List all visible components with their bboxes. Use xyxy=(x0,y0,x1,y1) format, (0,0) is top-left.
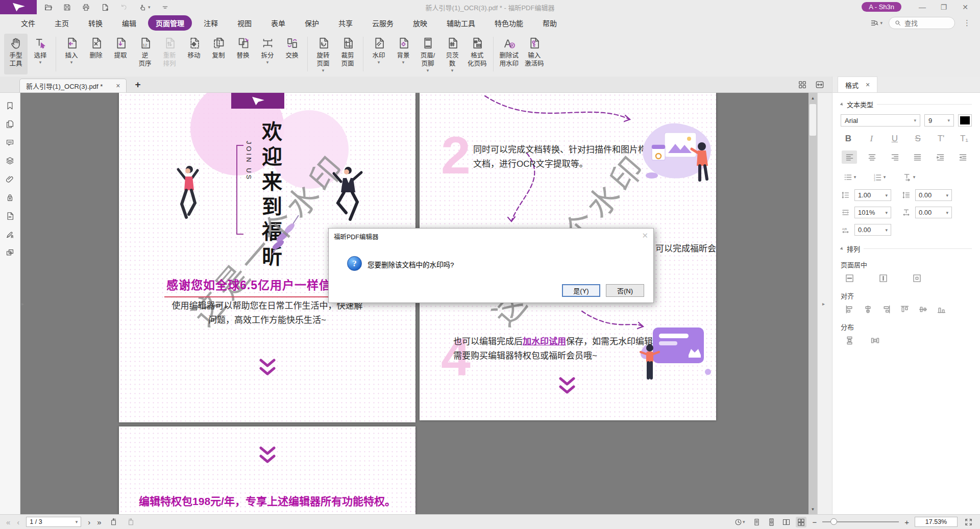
split-document-button[interactable]: 拆分▾ xyxy=(256,34,279,74)
canvas-vertical-scrollbar[interactable]: ▲ ▼ xyxy=(808,93,817,514)
menu-share[interactable]: 共享 xyxy=(331,15,360,31)
text-type-section-header[interactable]: 文本类型 xyxy=(841,99,972,109)
sidebar-pages-button[interactable] xyxy=(5,119,15,129)
previous-view-button[interactable] xyxy=(108,517,119,527)
sidebar-layers-button[interactable] xyxy=(5,156,15,166)
obj-align-bottom-button[interactable] xyxy=(934,303,949,316)
obj-align-hcenter-button[interactable] xyxy=(915,303,930,316)
new-tab-button[interactable]: + xyxy=(135,79,140,90)
menu-view[interactable]: 视图 xyxy=(230,15,259,31)
rearrange-pages-button[interactable]: 重新 排列 xyxy=(158,34,181,74)
dialog-close-icon[interactable]: ✕ xyxy=(642,231,648,240)
align-justify-button[interactable] xyxy=(910,150,925,164)
select-button[interactable]: 选择▾ xyxy=(29,34,52,74)
sidebar-bookmarks-button[interactable] xyxy=(5,101,15,111)
menu-comment[interactable]: 注释 xyxy=(196,15,226,31)
scrollbar-thumb[interactable] xyxy=(810,104,816,136)
numbered-list-button[interactable]: 123▾ xyxy=(871,170,887,184)
left-panel-expand-handle[interactable]: ▸ xyxy=(21,301,24,307)
hand-tool-button[interactable]: 手型 工具 xyxy=(4,34,28,74)
document-tab[interactable]: 新人引导(1)_OCR(3).pdf * × xyxy=(19,79,127,92)
continuous-facing-button[interactable] xyxy=(796,517,806,527)
page-number-box[interactable]: 1 / 3▾ xyxy=(26,517,81,527)
menu-help[interactable]: 帮助 xyxy=(535,15,565,31)
menu-form[interactable]: 表单 xyxy=(263,15,293,31)
char-spacing-input[interactable]: 0.00▾ xyxy=(915,207,952,218)
format-tab[interactable]: 格式 × xyxy=(838,77,877,92)
facing-page-button[interactable] xyxy=(781,517,792,527)
center-vertical-button[interactable] xyxy=(842,271,857,285)
watermark-trial-link[interactable]: 加水印试用 xyxy=(523,337,566,346)
hand-pointer-button[interactable]: ▾ xyxy=(138,3,151,12)
grid-view-icon[interactable] xyxy=(797,80,807,90)
pdf-page-3[interactable]: 编辑特权包198元/年，专享上述编辑器所有功能特权。 xyxy=(119,426,415,514)
distribute-vertical-button[interactable] xyxy=(842,334,857,347)
menu-file[interactable]: 文件 xyxy=(13,15,43,31)
save-button[interactable] xyxy=(63,3,71,12)
header-footer-button[interactable]: 页眉/ 页脚▾ xyxy=(416,34,439,74)
sidebar-destinations-button[interactable] xyxy=(5,211,15,221)
account-badge[interactable]: A - Sh3n xyxy=(862,2,901,12)
menu-accessibility-tools[interactable]: 辅助工具 xyxy=(439,15,483,31)
customize-toolbar-button[interactable] xyxy=(161,3,169,12)
paragraph-spacing-input[interactable]: 0.00▾ xyxy=(915,189,952,201)
reading-mode-button[interactable]: ▾ xyxy=(733,517,746,527)
sidebar-signatures-button[interactable] xyxy=(5,230,15,239)
right-panel-collapse-handle[interactable]: ▸ xyxy=(822,301,825,307)
zoom-slider-thumb[interactable] xyxy=(830,518,837,525)
scroll-down-icon[interactable]: ▼ xyxy=(808,505,817,513)
font-color-swatch[interactable] xyxy=(958,114,972,127)
watermark-button[interactable]: 水印▾ xyxy=(367,34,390,74)
rotate-pages-button[interactable]: 旋转 页面▾ xyxy=(311,34,335,74)
horizontal-scale-input[interactable]: 101%▾ xyxy=(854,207,891,218)
obj-align-vcenter-button[interactable] xyxy=(860,303,875,316)
menu-special-features[interactable]: 特色功能 xyxy=(487,15,531,31)
replace-pages-button[interactable]: 替换 xyxy=(231,34,255,74)
first-page-button[interactable]: « xyxy=(6,518,10,526)
sidebar-comments-button[interactable] xyxy=(5,138,15,147)
more-options-icon[interactable]: ⋮ xyxy=(961,18,973,28)
zoom-slider[interactable] xyxy=(822,517,899,526)
fullscreen-button[interactable] xyxy=(963,517,974,527)
bold-button[interactable]: B xyxy=(842,134,855,144)
swap-pages-button[interactable]: 交换 xyxy=(280,34,304,74)
find-list-icon[interactable]: ▾ xyxy=(870,18,883,28)
next-view-button[interactable] xyxy=(126,517,136,527)
close-format-panel-icon[interactable]: × xyxy=(866,81,870,89)
menu-page-management[interactable]: 页面管理 xyxy=(148,15,192,31)
print-button[interactable] xyxy=(82,3,90,12)
enter-activation-code-button[interactable]: 输入 激活码 xyxy=(522,34,547,74)
menu-cloud-service[interactable]: 云服务 xyxy=(364,15,401,31)
restore-button[interactable]: ❐ xyxy=(933,0,954,14)
subscript-button[interactable]: T₁ xyxy=(958,134,971,144)
no-button[interactable]: 否(N) xyxy=(606,284,644,297)
obj-align-right-button[interactable] xyxy=(878,303,894,316)
crop-pages-button[interactable]: 裁剪 页面 xyxy=(336,34,359,74)
strikethrough-button[interactable]: S xyxy=(911,134,924,144)
close-button[interactable]: ✕ xyxy=(954,0,976,14)
previous-page-button[interactable]: ‹ xyxy=(17,518,19,526)
scroll-up-icon[interactable]: ▲ xyxy=(808,94,817,102)
undo-button[interactable] xyxy=(119,3,128,12)
reverse-page-order-button[interactable]: 12逆 页序 xyxy=(133,34,157,74)
sidebar-security-button[interactable] xyxy=(5,193,15,203)
menu-slideshow[interactable]: 放映 xyxy=(405,15,435,31)
bates-numbering-button[interactable]: 贝茨 数▾ xyxy=(440,34,464,74)
delete-pages-button[interactable]: 删除 xyxy=(84,34,108,74)
last-page-button[interactable]: » xyxy=(97,518,101,526)
indent-less-button[interactable] xyxy=(955,150,971,164)
panel-toggle-icon[interactable] xyxy=(815,80,825,90)
superscript-button[interactable]: T' xyxy=(935,134,948,144)
sidebar-attachments-button[interactable] xyxy=(5,174,15,184)
obj-align-top-button[interactable] xyxy=(897,303,912,316)
insert-pages-button[interactable]: 插入▾ xyxy=(60,34,83,74)
app-logo-icon[interactable] xyxy=(0,0,37,14)
duplicate-pages-button[interactable]: 复制 xyxy=(207,34,230,74)
search-input[interactable] xyxy=(904,19,948,27)
bullet-list-button[interactable]: ▾ xyxy=(842,170,857,184)
font-size-select[interactable]: 9▾ xyxy=(924,114,954,127)
align-left-button[interactable] xyxy=(842,150,857,164)
next-page-button[interactable]: › xyxy=(88,518,90,526)
zoom-value-box[interactable]: 17.53% xyxy=(915,517,958,527)
move-pages-button[interactable]: 移动 xyxy=(182,34,206,74)
